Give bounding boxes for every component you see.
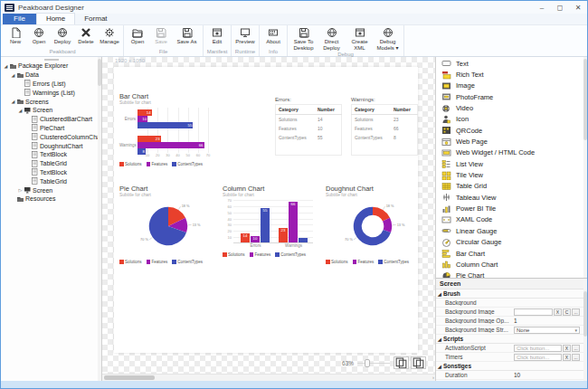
list-page-icon bbox=[24, 89, 31, 96]
save-as-button[interactable]: Save As bbox=[173, 26, 201, 49]
tree-item-data[interactable]: ◢Data bbox=[1, 71, 101, 80]
toolbox-item-qrcode[interactable]: QRCode bbox=[436, 125, 587, 136]
tree-expander-icon[interactable]: ◢ bbox=[10, 72, 16, 78]
toolbox-item-text[interactable]: Text bbox=[436, 58, 587, 69]
tree-expander-icon[interactable]: ◢ bbox=[3, 63, 9, 69]
toolbox-item-pie-chart[interactable]: Pie Chart bbox=[436, 270, 587, 278]
tree-expander-icon[interactable]: ◢ bbox=[10, 99, 16, 104]
canvas-horizontal-scrollbar[interactable]: › bbox=[102, 374, 435, 381]
open-button[interactable]: Open bbox=[126, 26, 149, 49]
list-page-icon bbox=[31, 133, 38, 140]
property-button-more[interactable]: ... bbox=[572, 308, 580, 316]
toolbox-item-video[interactable]: Video bbox=[436, 102, 587, 113]
create-xml-button[interactable]: Create XML bbox=[346, 26, 374, 52]
property-button-more[interactable]: ... bbox=[572, 354, 580, 361]
actual-size-button[interactable] bbox=[411, 356, 426, 369]
toolbox-item-power-bi-tile[interactable]: Power BI Tile bbox=[436, 203, 587, 213]
fit-to-screen-button[interactable] bbox=[394, 356, 409, 369]
toolbox-item-web-widget-html-code[interactable]: Web Widget / HTML Code bbox=[436, 147, 587, 158]
tree-item-screen[interactable]: ▷Screen bbox=[1, 185, 101, 194]
pie-chart-widget[interactable]: Pie ChartSubtitle for chart18 %13 %70 %S… bbox=[119, 185, 217, 264]
legend-swatch-icon bbox=[119, 162, 124, 166]
column-segment: 23 bbox=[279, 228, 288, 242]
tree-item-clusteredbarchart[interactable]: ClusteredBarChart bbox=[1, 115, 101, 124]
toolbox-item-rich-text[interactable]: Rich Text bbox=[436, 69, 587, 80]
edit-button[interactable]: Edit bbox=[205, 26, 229, 49]
doughnut-chart-widget[interactable]: Doughnut ChartSubtitle for chart18 %13 %… bbox=[326, 185, 420, 264]
minimize-button[interactable]: – bbox=[533, 1, 551, 14]
collapse-triangle-icon: ◢ bbox=[436, 291, 443, 297]
tab-home[interactable]: Home bbox=[36, 13, 75, 24]
design-canvas[interactable]: 1920 x 1080 Bar ChartSubtitle for chartE… bbox=[102, 57, 435, 381]
property-group-brush[interactable]: ◢Brush bbox=[436, 289, 587, 299]
tree-item-errors-list-[interactable]: Errors (List) bbox=[1, 80, 101, 89]
tree-item-warnings-list-[interactable]: Warnings (List) bbox=[1, 88, 101, 97]
open-button[interactable]: Open bbox=[27, 26, 51, 49]
debug-models-button[interactable]: Debug Models ▾ bbox=[374, 26, 402, 52]
tree-item-tablegrid[interactable]: TableGrid bbox=[1, 159, 101, 168]
property-group-label: Sonstiges bbox=[443, 363, 471, 369]
toolbox-item-list-view[interactable]: List View bbox=[436, 158, 587, 169]
property-button-x[interactable]: X bbox=[554, 308, 562, 316]
toolbox-item-column-chart[interactable]: Column Chart bbox=[436, 259, 587, 270]
toolbox-item-tile-view[interactable]: Tile View bbox=[436, 169, 587, 180]
toolbox-item-bar-chart[interactable]: Bar Chart bbox=[436, 248, 587, 259]
tree-item-textblock[interactable]: TextBlock bbox=[1, 168, 101, 177]
toolbox-item-xaml-code[interactable]: XAML Code bbox=[436, 214, 587, 225]
property-button-c[interactable]: C bbox=[563, 308, 571, 316]
explorer-scrollbar[interactable] bbox=[98, 57, 101, 381]
errors-table-widget[interactable]: Errors:CategoryNumberSolutions14Features… bbox=[275, 97, 342, 156]
toolbox-item-icon[interactable]: Icon bbox=[436, 114, 587, 125]
tree-item-textblock[interactable]: TextBlock bbox=[1, 150, 101, 159]
tree-item-clusteredcolumnchart[interactable]: ClusteredColumnChart bbox=[1, 132, 101, 141]
property-group-scripts[interactable]: ◢Scripts bbox=[436, 335, 587, 344]
scroll-right-arrow[interactable]: › bbox=[432, 375, 434, 380]
properties-scrollbar[interactable] bbox=[583, 279, 587, 381]
close-button[interactable]: ✕ bbox=[569, 1, 587, 14]
maximize-button[interactable]: ◻ bbox=[551, 1, 569, 14]
tree-expander-icon[interactable]: ◢ bbox=[17, 108, 24, 113]
about-button[interactable]: About bbox=[261, 26, 285, 49]
tree-item-piechart[interactable]: PieChart bbox=[1, 124, 101, 133]
property-click-button[interactable]: Click button... bbox=[514, 354, 562, 361]
tree-item-screen[interactable]: ◢Screen bbox=[1, 106, 101, 115]
toolbox-item-image[interactable]: Image bbox=[436, 81, 587, 91]
tab-file[interactable]: File bbox=[3, 14, 36, 24]
artboard[interactable]: Bar ChartSubtitle for chartErrors141055W… bbox=[114, 67, 418, 353]
property-click-button[interactable]: Click button... bbox=[514, 345, 562, 352]
property-value[interactable]: 1 bbox=[514, 318, 517, 324]
preview-button[interactable]: Preview bbox=[233, 26, 257, 49]
property-dropdown[interactable]: None▾ bbox=[514, 327, 580, 334]
deploy-button[interactable]: Deploy bbox=[51, 26, 74, 49]
property-button-x[interactable]: X bbox=[563, 354, 571, 361]
toolbox-item-linear-gauge[interactable]: Linear Gauge bbox=[436, 225, 587, 236]
property-input[interactable] bbox=[514, 308, 553, 316]
legend-item: ContentTypes bbox=[378, 260, 409, 264]
property-group-sonstiges[interactable]: ◢Sonstiges bbox=[436, 362, 587, 371]
toolbox-item-tableau-view[interactable]: Tableau View bbox=[436, 192, 587, 203]
toolbox-item-table-grid[interactable]: Table Grid bbox=[436, 181, 587, 192]
tree-item-resources[interactable]: Resources bbox=[1, 194, 101, 204]
direct-deploy-button[interactable]: Direct Deploy bbox=[318, 26, 346, 52]
column-chart-widget[interactable]: Column ChartSubtitle for chart1020304050… bbox=[223, 185, 322, 257]
toolbox-scrollbar[interactable] bbox=[583, 57, 587, 278]
zoom-slider[interactable] bbox=[357, 359, 390, 367]
manage-button[interactable]: Manage bbox=[98, 26, 121, 49]
tree-item-tablegrid[interactable]: TableGrid bbox=[1, 176, 101, 185]
tree-item-package-explorer[interactable]: ◢Package Explorer bbox=[1, 62, 101, 71]
toolbox-item-circular-gauge[interactable]: Circular Gauge bbox=[436, 237, 587, 248]
tree-item-screens[interactable]: ◢Screens bbox=[1, 97, 101, 106]
delete-button[interactable]: Delete bbox=[74, 26, 98, 49]
bar-chart-widget[interactable]: Bar ChartSubtitle for chartErrors141055W… bbox=[119, 92, 221, 166]
tree-expander-icon[interactable]: ▷ bbox=[17, 187, 24, 193]
toolbox-item-web-page[interactable]: Web Page bbox=[436, 136, 587, 147]
tree-item-doughnutchart[interactable]: DoughnutChart bbox=[1, 141, 101, 150]
tab-format[interactable]: Format bbox=[75, 14, 116, 24]
property-button-x[interactable]: X bbox=[563, 345, 571, 352]
property-value[interactable]: 10 bbox=[514, 372, 520, 378]
new-button[interactable]: New bbox=[4, 26, 27, 49]
property-button-more[interactable]: ... bbox=[572, 345, 580, 352]
save-to-desktop-button[interactable]: Save To Desktop bbox=[289, 26, 318, 52]
toolbox-item-photoframe[interactable]: PhotoFrame bbox=[436, 91, 587, 102]
warnings-table-widget[interactable]: Warnings:CategoryNumberSolutions23Featur… bbox=[351, 97, 418, 156]
